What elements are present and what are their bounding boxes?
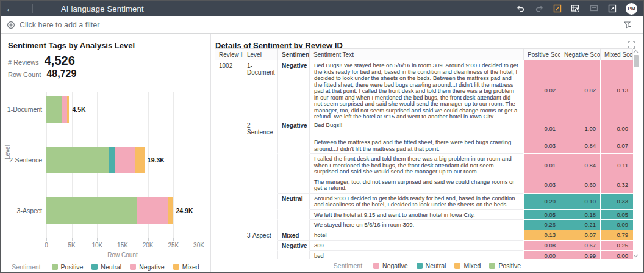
axis-tick [148, 238, 149, 241]
cell-positive-score: 0.13 [523, 230, 560, 240]
cell-positive-score: 0.08 [523, 240, 560, 250]
cell-review-id [215, 250, 243, 260]
cell-sentiment: Negative [278, 60, 310, 120]
legend-item-mixed[interactable]: Mixed [173, 263, 199, 271]
cell-mixed-score: 0.25 [600, 240, 633, 250]
bar-segment-mixed[interactable] [135, 147, 145, 173]
filterbar-divider [637, 20, 637, 30]
cell-sentiment-text: We left the hotel at 9:15 and went to an… [310, 209, 524, 220]
legend-item-mixed[interactable]: Mixed [454, 262, 481, 269]
x-tick-label: 5K [62, 242, 82, 249]
plot-area: 4.5K19.3K24.9K [46, 92, 199, 238]
cell-sentiment-text: bed [310, 250, 524, 260]
column-header-mixed-score[interactable]: Mixed Score [601, 49, 633, 60]
table-legend: Sentiment NegativeNeutralMixedPositive [211, 262, 643, 269]
legend-item-neutral[interactable]: Neutral [91, 263, 121, 271]
avatar[interactable]: PM [626, 3, 637, 15]
cell-mixed-score: 0.09 [600, 219, 633, 230]
cell-level: 3-Aspect [243, 230, 278, 240]
cell-mixed-score: 0.13 [600, 60, 633, 120]
legend-swatch [373, 263, 379, 269]
legend-label: Mixed [182, 263, 199, 271]
cell-sentiment-text: The manager, too, did not seem surprised… [310, 177, 524, 193]
bar-segment-negative[interactable] [115, 147, 135, 173]
legend-label: Positive [61, 263, 84, 271]
table-legend-items: NegativeNeutralMixedPositive [373, 262, 521, 269]
legend-swatch [173, 264, 179, 270]
cell-positive-score: 0.26 [523, 219, 560, 230]
cell-level [243, 193, 278, 209]
column-header-review-id[interactable]: Review ID [215, 49, 243, 60]
cell-sentiment: Negative [278, 240, 310, 250]
x-tick-label: 30K [188, 242, 209, 249]
legend-item-negative[interactable]: Negative [130, 263, 164, 271]
comment-icon[interactable] [589, 4, 598, 13]
bar-segment-mixed[interactable] [67, 96, 69, 123]
filter-bar[interactable]: Click here to add a filter [1, 16, 643, 34]
sentiment-text: The manager, too, did not seem surprised… [314, 179, 519, 192]
cell-positive-score: 0.02 [523, 60, 560, 120]
bar-segment-positive[interactable] [46, 147, 109, 173]
bar-1-Document[interactable] [46, 96, 69, 123]
scroll-up-icon[interactable] [633, 49, 639, 53]
column-header-negative-score[interactable]: Negative Score [560, 49, 601, 60]
cell-sentiment [278, 250, 310, 260]
category-label: 1-Document [1, 106, 42, 113]
column-header-sentiment-text[interactable]: Sentiment Text [310, 49, 524, 60]
cell-sentiment: Mixed [278, 230, 310, 240]
cell-negative-score: 0.10 [560, 193, 601, 209]
cell-review-id [215, 219, 243, 230]
cell-sentiment [278, 209, 310, 220]
kpi-rowcount: Row Count 48,729 [8, 68, 203, 79]
x-tick-label: 25K [163, 242, 184, 249]
back-button[interactable]: ← [1, 1, 19, 16]
scrollbar-thumb[interactable] [634, 55, 639, 67]
x-axis-title: Row Count [46, 252, 199, 258]
category-label: 3-Aspect [1, 207, 42, 214]
cell-level [243, 240, 278, 250]
cell-level [243, 153, 278, 177]
axis-tick [72, 238, 73, 241]
cell-mixed-score: 0.00 [600, 250, 633, 260]
bar-3-Aspect[interactable] [46, 197, 173, 224]
top-bar: ← AI language Sentiment PM [1, 1, 643, 16]
bar-segment-positive[interactable] [46, 96, 62, 123]
bar-segment-negative[interactable] [62, 96, 67, 123]
cell-positive-score: 0.00 [523, 250, 560, 260]
redo-icon[interactable] [534, 4, 543, 13]
back-arrow-icon: ← [5, 4, 14, 13]
legend-label: Neutral [101, 263, 121, 271]
cell-sentiment-text: Around 9:00 I decided to get the kids re… [310, 193, 524, 209]
bar-segment-negative[interactable] [137, 197, 168, 224]
scroll-down-icon[interactable] [633, 254, 639, 258]
cell-negative-score: 0.84 [560, 137, 601, 153]
present-icon[interactable] [607, 4, 617, 13]
cell-negative-score: 0.18 [560, 209, 601, 220]
cell-positive-score: 0.01 [523, 153, 560, 177]
column-header-positive-score[interactable]: Positive Score [524, 49, 560, 60]
bar-segment-mixed[interactable] [168, 197, 173, 224]
table-scrollbar [632, 48, 639, 259]
cell-review-id [215, 209, 243, 220]
dataset-refresh-icon[interactable] [571, 4, 580, 13]
undo-icon[interactable] [516, 4, 525, 13]
bar-segment-positive[interactable] [46, 197, 137, 224]
bar-total-label: 19.3K [148, 156, 165, 164]
legend-swatch [130, 264, 136, 270]
legend-item-positive[interactable]: Positive [489, 262, 521, 269]
bar-2-Sentence[interactable] [46, 147, 145, 173]
legend-item-neutral[interactable]: Neutral [417, 262, 446, 269]
column-header-sentiment[interactable]: Sentiment [278, 49, 310, 60]
limit-values-filter-icon[interactable] [623, 21, 632, 29]
legend-item-positive[interactable]: Positive [52, 263, 84, 271]
column-header-level[interactable]: Level [243, 49, 278, 60]
legend-item-negative[interactable]: Negative [373, 262, 407, 269]
axis-tick [199, 238, 199, 241]
bar-segment-neutral[interactable] [109, 147, 116, 173]
axis-tick [46, 238, 47, 241]
cell-review-id: 1002 [215, 60, 243, 120]
cell-sentiment [278, 219, 310, 230]
add-filter-label: Click here to add a filter [20, 21, 99, 29]
cell-level [243, 209, 278, 220]
edit-icon[interactable] [553, 4, 562, 13]
